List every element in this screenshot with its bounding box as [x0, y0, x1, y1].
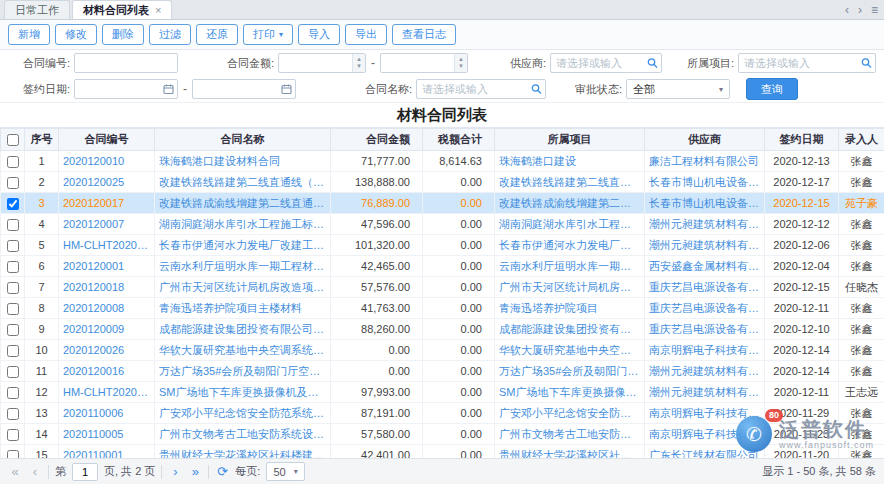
- export-button[interactable]: 导出: [345, 24, 387, 45]
- supplier-input[interactable]: [550, 53, 662, 73]
- project-link[interactable]: 广州市天河区统计局机房改造项目: [495, 277, 645, 298]
- project-link[interactable]: 珠海鹤港口建设: [495, 151, 645, 172]
- supplier-link[interactable]: 重庆艺昌电源设备有限公司: [645, 298, 765, 319]
- table-row[interactable]: 132020110006广安邓小平纪念馆安全防范系统维护保养材料...87,19…: [1, 403, 884, 424]
- print-button[interactable]: 打印▾: [243, 24, 293, 45]
- tab-scroll-left-icon[interactable]: ‹: [845, 2, 849, 18]
- contract-no-link[interactable]: 2020120010: [59, 151, 155, 172]
- refresh-icon[interactable]: ⟳: [215, 465, 229, 478]
- project-link[interactable]: 广安邓小平纪念馆安全防范系统维护保养: [495, 403, 645, 424]
- table-row[interactable]: 82020120008青海迅塔养护院项目主楼材料41,763.000.00青海迅…: [1, 298, 884, 319]
- project-link[interactable]: 湖南洞庭湖水库引水工程施工标: [495, 214, 645, 235]
- row-checkbox[interactable]: [7, 219, 19, 231]
- project-link[interactable]: 华软大厦研究基地中央空调系统工程: [495, 340, 645, 361]
- contract-name-link[interactable]: 广州市文物考古工地安防系统设备保修材料合同: [155, 424, 331, 445]
- contract-no-link[interactable]: 2020120007: [59, 214, 155, 235]
- column-header-contract-no[interactable]: 合同编号: [59, 129, 155, 151]
- contract-name-link[interactable]: 成都能源建设集团投资有限公司超韧力公标标...: [155, 319, 331, 340]
- column-header-contract-name[interactable]: 合同名称: [155, 129, 331, 151]
- supplier-link[interactable]: 潮州元昶建筑材料有限公司: [645, 235, 765, 256]
- delete-button[interactable]: 删除: [102, 24, 144, 45]
- tab-material-contract-list[interactable]: 材料合同列表 ×: [72, 0, 172, 19]
- row-checkbox[interactable]: [7, 408, 19, 420]
- table-row[interactable]: 32020120017改建铁路成渝线增建第二线直通线（成渝指定...76,889…: [1, 193, 884, 214]
- column-header-supplier[interactable]: 供应商: [645, 129, 765, 151]
- contract-no-link[interactable]: 2020120025: [59, 172, 155, 193]
- table-row[interactable]: 42020120007湖南洞庭湖水库引水工程施工标材料合同47,596.000.…: [1, 214, 884, 235]
- contract-name-link[interactable]: 改建铁路成渝线增建第二线直通线（成渝指定...: [155, 193, 331, 214]
- column-header-tax-total[interactable]: 税额合计: [423, 129, 495, 151]
- spinner-down-icon[interactable]: ▼: [356, 63, 362, 70]
- prev-page-icon[interactable]: ‹: [28, 465, 42, 478]
- contract-name-link[interactable]: 改建铁路线路建第二线直通线（成都-西安）电...: [155, 172, 331, 193]
- contract-name-link[interactable]: 湖南洞庭湖水库引水工程施工标材料合同: [155, 214, 331, 235]
- contract-no-link[interactable]: HM-CLHT20201211: [59, 382, 155, 403]
- search-icon[interactable]: [861, 58, 872, 69]
- project-link[interactable]: 万达广场35#会所及朝阳门厅空调安装...: [495, 361, 645, 382]
- supplier-link[interactable]: 南京明辉电子科技有限公司: [645, 424, 765, 445]
- contract-name-link[interactable]: 广安邓小平纪念馆安全防范系统维护保养材料...: [155, 403, 331, 424]
- row-checkbox[interactable]: [7, 282, 19, 294]
- per-page-select[interactable]: 50 ▾: [266, 462, 304, 481]
- table-row[interactable]: 102020120026华软大厦研究基地中央空调系统工程材料合同0.000.00…: [1, 340, 884, 361]
- supplier-link[interactable]: 长春市博山机电设备有限公司: [645, 193, 765, 214]
- restore-button[interactable]: 还原: [196, 24, 238, 45]
- table-row[interactable]: 22020120025改建铁路线路建第二线直通线（成都-西安）电...138,8…: [1, 172, 884, 193]
- contract-name-link[interactable]: 长春市伊通河水力发电厂改建工程材料合同: [155, 235, 331, 256]
- project-link[interactable]: 青海迅塔养护院项目: [495, 298, 645, 319]
- project-link[interactable]: 贵州财经大学花溪校区社科楼: [495, 445, 645, 460]
- approval-status-select[interactable]: 全部 ▾: [626, 79, 730, 99]
- contract-no-link[interactable]: 2020120016: [59, 361, 155, 382]
- page-number-input[interactable]: [72, 463, 98, 481]
- row-checkbox[interactable]: [7, 177, 19, 189]
- contract-no-link[interactable]: 2020120017: [59, 193, 155, 214]
- column-header-contract-amount[interactable]: 合同金额: [331, 129, 423, 151]
- table-row[interactable]: 12HM-CLHT20201211SM广场地下车库更换摄像机及硬盘项目主要...…: [1, 382, 884, 403]
- table-row[interactable]: 142020110005广州市文物考古工地安防系统设备保修材料合同57,580.…: [1, 424, 884, 445]
- filter-button[interactable]: 过滤: [149, 24, 191, 45]
- column-header-sign-date[interactable]: 签约日期: [765, 129, 839, 151]
- tab-daily-work[interactable]: 日常工作: [4, 0, 70, 19]
- table-row[interactable]: 92020120009成都能源建设集团投资有限公司超韧力公标标...88,260…: [1, 319, 884, 340]
- contract-no-link[interactable]: 2020120009: [59, 319, 155, 340]
- contract-no-link[interactable]: 2020120001: [59, 256, 155, 277]
- spinner-up-icon[interactable]: ▲: [458, 56, 464, 63]
- contract-name-input[interactable]: [416, 79, 546, 99]
- add-button[interactable]: 新增: [8, 24, 50, 45]
- row-checkbox[interactable]: [7, 303, 19, 315]
- table-row[interactable]: 72020120018广州市天河区统计局机房改造项目材料合同57,576.000…: [1, 277, 884, 298]
- close-tab-icon[interactable]: ×: [155, 4, 161, 16]
- contract-no-link[interactable]: 2020120008: [59, 298, 155, 319]
- supplier-link[interactable]: 重庆艺昌电源设备有限公司: [645, 319, 765, 340]
- tab-menu-icon[interactable]: ≡: [871, 2, 878, 18]
- select-all-header[interactable]: [1, 129, 25, 151]
- row-checkbox[interactable]: [7, 198, 19, 210]
- contract-no-link[interactable]: 2020110006: [59, 403, 155, 424]
- supplier-link[interactable]: 长春市博山机电设备有限公司: [645, 172, 765, 193]
- column-header-seq[interactable]: 序号: [25, 129, 59, 151]
- table-row[interactable]: 62020120001云南水利厅垣明水库一期工程材料合同42,465.000.0…: [1, 256, 884, 277]
- table-row[interactable]: 5HM-CLHT20201206长春市伊通河水力发电厂改建工程材料合同101,3…: [1, 235, 884, 256]
- contract-no-link[interactable]: HM-CLHT20201206: [59, 235, 155, 256]
- project-link[interactable]: 云南水利厅垣明水库一期工程施工标: [495, 256, 645, 277]
- table-row[interactable]: 112020120016万达广场35#会所及朝阳门厅空调安装工程材料...0.0…: [1, 361, 884, 382]
- amount-min-spinner[interactable]: ▲▼: [352, 54, 365, 72]
- contract-name-link[interactable]: 珠海鹤港口建设材料合同: [155, 151, 331, 172]
- contract-name-link[interactable]: 青海迅塔养护院项目主楼材料: [155, 298, 331, 319]
- import-button[interactable]: 导入: [298, 24, 340, 45]
- supplier-link[interactable]: 廉洁工程材料有限公司: [645, 151, 765, 172]
- project-link[interactable]: 成都能源建设集团投资有限公司超...: [495, 319, 645, 340]
- project-link[interactable]: 广州市文物考古工地安防系统设备保修: [495, 424, 645, 445]
- project-link[interactable]: SM广场地下车库更换摄像机及硬盘项目: [495, 382, 645, 403]
- project-link[interactable]: 改建铁路成渝线增建第二直通线（成...: [495, 193, 645, 214]
- contract-name-link[interactable]: 华软大厦研究基地中央空调系统工程材料合同: [155, 340, 331, 361]
- last-page-icon[interactable]: »: [188, 465, 202, 478]
- view-log-button[interactable]: 查看日志: [392, 24, 456, 45]
- contract-name-link[interactable]: 云南水利厅垣明水库一期工程材料合同: [155, 256, 331, 277]
- column-header-entered-by[interactable]: 录入人: [839, 129, 884, 151]
- tab-scroll-right-icon[interactable]: ›: [858, 2, 862, 18]
- contract-name-link[interactable]: 贵州财经大学花溪校区社科楼建设材料: [155, 445, 331, 460]
- edit-button[interactable]: 修改: [55, 24, 97, 45]
- supplier-link[interactable]: 西安盛鑫金属材料有限公司: [645, 256, 765, 277]
- calendar-icon[interactable]: [281, 84, 292, 95]
